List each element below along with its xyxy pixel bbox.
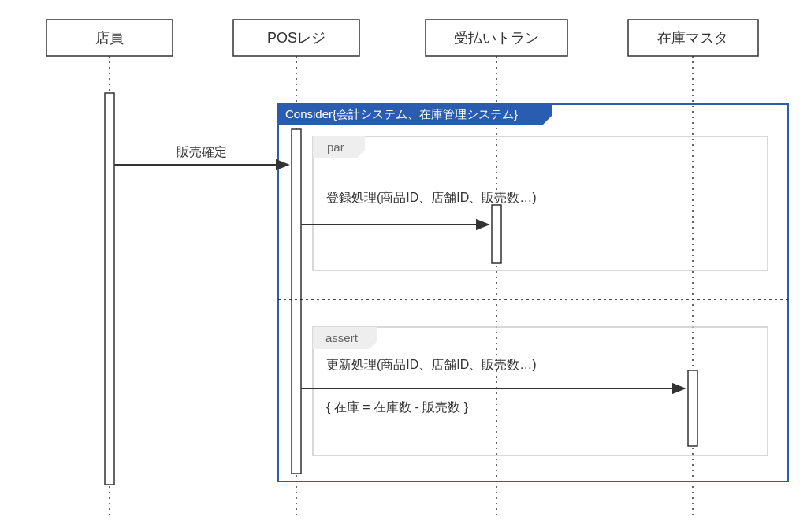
consider-label-text: Consider{会計システム、在庫管理システム} [285, 107, 518, 121]
fragment-par-label: par [327, 140, 344, 154]
activation-staff [105, 93, 114, 485]
svg-text:登録処理(商品ID、店舗ID、販売数…): 登録処理(商品ID、店舗ID、販売数…) [326, 191, 537, 204]
msg-update: 更新処理(商品ID、店舗ID、販売数…) { 在庫 = 在庫数 - 販売数 } [301, 358, 685, 414]
participant-pos: POSレジ [233, 20, 359, 56]
activation-pos [292, 129, 301, 474]
activation-trans [492, 205, 501, 263]
participant-pos-label: POSレジ [267, 30, 325, 46]
participant-staff: 店員 [46, 20, 173, 56]
msg-update-guard: { 在庫 = 在庫数 - 販売数 } [326, 400, 469, 414]
consider-frame: Consider{会計システム、在庫管理システム} [278, 104, 788, 482]
fragment-assert: assert [313, 327, 768, 456]
msg-sale-confirmed: 販売確定 [114, 145, 288, 165]
svg-rect-11 [313, 327, 768, 456]
participant-trans-label: 受払いトラン [454, 30, 539, 46]
participant-staff-label: 店員 [95, 30, 124, 46]
fragment-assert-label: assert [325, 331, 359, 344]
svg-rect-5 [278, 104, 788, 482]
sequence-diagram: 店員 POSレジ 受払いトラン 在庫マスタ Consider{会計システム、在庫… [0, 0, 807, 532]
participant-stock-label: 在庫マスタ [657, 30, 728, 46]
participant-trans: 受払いトラン [426, 20, 567, 56]
activation-stock [688, 370, 697, 446]
svg-text:更新処理(商品ID、店舗ID、販売数…): 更新処理(商品ID、店舗ID、販売数…) [326, 358, 537, 371]
svg-text:販売確定: 販売確定 [177, 145, 227, 158]
participant-stock: 在庫マスタ [628, 20, 758, 56]
